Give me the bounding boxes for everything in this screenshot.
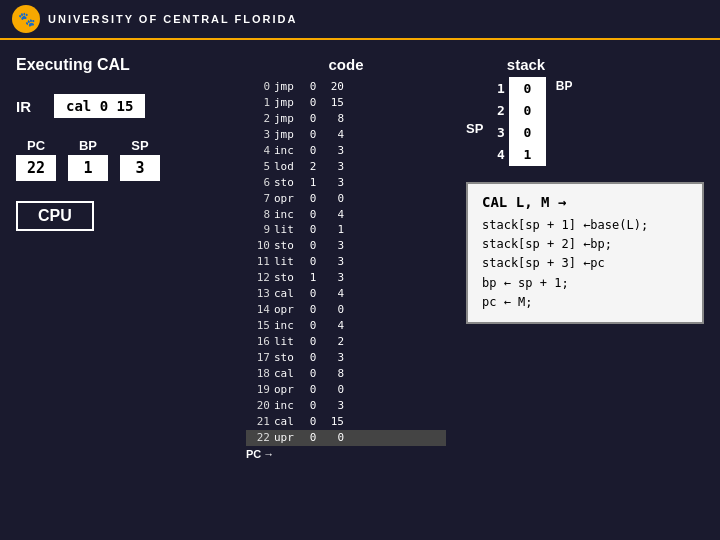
code-instr: upr xyxy=(274,430,302,446)
code-num: 4 xyxy=(246,143,270,159)
code-num: 11 xyxy=(246,254,270,270)
code-instr: sto xyxy=(274,270,302,286)
header: 🐾 UNIVERSITY OF CENTRAL FLORIDA xyxy=(0,0,720,40)
sp-value: 3 xyxy=(120,155,160,181)
code-num: 16 xyxy=(246,334,270,350)
code-num: 5 xyxy=(246,159,270,175)
code-num: 20 xyxy=(246,398,270,414)
code-op2: 4 xyxy=(324,286,344,302)
code-op1: 0 xyxy=(306,318,320,334)
code-row: 9 lit 0 1 xyxy=(246,222,446,238)
pc-value: 22 xyxy=(16,155,56,181)
code-row: 7 opr 0 0 xyxy=(246,191,446,207)
code-op2: 3 xyxy=(324,350,344,366)
code-row: 3 jmp 0 4 xyxy=(246,127,446,143)
code-row: 12 sto 1 3 xyxy=(246,270,446,286)
code-title: code xyxy=(246,56,446,73)
header-logo: 🐾 UNIVERSITY OF CENTRAL FLORIDA xyxy=(12,5,298,33)
code-op2: 3 xyxy=(324,398,344,414)
code-op1: 0 xyxy=(306,366,320,382)
code-instr: cal xyxy=(274,366,302,382)
registers-row: PC 22 BP 1 SP 3 xyxy=(16,138,236,181)
code-op2: 8 xyxy=(324,366,344,382)
code-op1: 0 xyxy=(306,191,320,207)
pc-label: PC xyxy=(27,138,45,153)
code-row: 21 cal 0 15 xyxy=(246,414,446,430)
code-num: 19 xyxy=(246,382,270,398)
code-op1: 0 xyxy=(306,382,320,398)
code-instr: inc xyxy=(274,143,302,159)
code-row: 6 sto 1 3 xyxy=(246,175,446,191)
stack-index: 3 xyxy=(489,122,509,144)
code-op1: 0 xyxy=(306,111,320,127)
executing-label: Executing CAL xyxy=(16,56,236,74)
pc-arrow-label: PC xyxy=(246,448,261,460)
ir-label: IR xyxy=(16,98,46,115)
stack-cell: 0 xyxy=(509,78,545,100)
code-instr: lit xyxy=(274,334,302,350)
stack-cell: 0 xyxy=(509,100,545,122)
code-num: 9 xyxy=(246,222,270,238)
code-instr: opr xyxy=(274,191,302,207)
stack-section: stack SP 1 0 2 0 3 0 4 1 BP xyxy=(466,56,704,166)
bp-label: BP xyxy=(556,77,573,93)
code-op1: 0 xyxy=(306,414,320,430)
code-num: 0 xyxy=(246,79,270,95)
stack-index: 1 xyxy=(489,78,509,100)
code-op2: 0 xyxy=(324,191,344,207)
code-instr: lit xyxy=(274,222,302,238)
stack-index: 2 xyxy=(489,100,509,122)
cpu-label: CPU xyxy=(16,201,94,231)
code-row: 8 inc 0 4 xyxy=(246,207,446,223)
stack-bp-row: SP 1 0 2 0 3 0 4 1 BP xyxy=(466,77,573,166)
code-instr: inc xyxy=(274,398,302,414)
code-row: 1 jmp 0 15 xyxy=(246,95,446,111)
code-op2: 15 xyxy=(324,414,344,430)
stack-row: 1 0 xyxy=(489,78,545,100)
stack-index: 4 xyxy=(489,144,509,166)
code-instr: jmp xyxy=(274,111,302,127)
code-num: 2 xyxy=(246,111,270,127)
code-op2: 0 xyxy=(324,302,344,318)
code-num: 15 xyxy=(246,318,270,334)
code-num: 14 xyxy=(246,302,270,318)
code-panel: code 0 jmp 0 20 1 jmp 0 15 2 jmp 0 8 3 j… xyxy=(236,56,456,524)
code-op1: 0 xyxy=(306,207,320,223)
pc-arrow-row: PC → xyxy=(246,448,446,460)
code-op2: 3 xyxy=(324,143,344,159)
exp-line: stack[sp + 1] ←base(L); xyxy=(482,216,688,235)
code-num: 1 xyxy=(246,95,270,111)
stack-row: 3 0 xyxy=(489,122,545,144)
stack-with-sp: SP 1 0 2 0 3 0 4 1 BP xyxy=(466,77,573,166)
code-op2: 3 xyxy=(324,238,344,254)
code-instr: opr xyxy=(274,382,302,398)
code-row: 16 lit 0 2 xyxy=(246,334,446,350)
code-instr: jmp xyxy=(274,127,302,143)
code-row: 11 lit 0 3 xyxy=(246,254,446,270)
stack-cell: 1 xyxy=(509,144,545,166)
code-op1: 0 xyxy=(306,350,320,366)
explanation-box: CAL L, M → stack[sp + 1] ←base(L);stack[… xyxy=(466,182,704,324)
stack-table: 1 0 2 0 3 0 4 1 xyxy=(489,77,546,166)
code-instr: cal xyxy=(274,286,302,302)
code-instr: jmp xyxy=(274,79,302,95)
code-op2: 3 xyxy=(324,159,344,175)
code-instr: sto xyxy=(274,238,302,254)
code-num: 22 xyxy=(246,430,270,446)
code-op2: 0 xyxy=(324,430,344,446)
code-row: 20 inc 0 3 xyxy=(246,398,446,414)
sp-register: SP 3 xyxy=(120,138,160,181)
code-num: 10 xyxy=(246,238,270,254)
code-num: 7 xyxy=(246,191,270,207)
code-op2: 0 xyxy=(324,382,344,398)
sp-label-area: SP xyxy=(466,77,483,136)
code-op1: 0 xyxy=(306,254,320,270)
code-op2: 4 xyxy=(324,207,344,223)
stack-row: 4 1 xyxy=(489,144,545,166)
ir-row: IR cal 0 15 xyxy=(16,94,236,118)
code-row: 18 cal 0 8 xyxy=(246,366,446,382)
code-row: 4 inc 0 3 xyxy=(246,143,446,159)
stack-cell: 0 xyxy=(509,122,545,144)
code-op1: 0 xyxy=(306,398,320,414)
code-table: 0 jmp 0 20 1 jmp 0 15 2 jmp 0 8 3 jmp 0 … xyxy=(246,79,446,446)
